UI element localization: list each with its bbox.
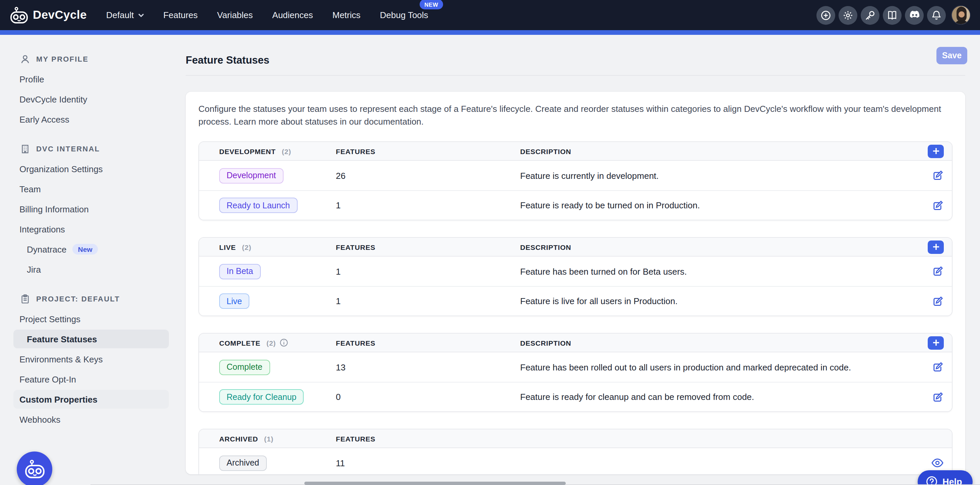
notifications-button[interactable]	[927, 6, 946, 24]
edit-pencil-icon	[932, 170, 944, 182]
chevron-down-icon	[138, 13, 144, 17]
status-badge-ready-for-cleanup[interactable]: Ready for Cleanup	[219, 389, 304, 405]
status-badge-complete[interactable]: Complete	[219, 360, 270, 375]
edit-status-button[interactable]	[932, 361, 944, 373]
status-row-development: Development 26 Feature is currently in d…	[199, 161, 952, 190]
status-row-live: Live 1 Feature is live for all users in …	[199, 286, 952, 315]
devcycle-logo[interactable]: DevCycle	[10, 6, 87, 24]
api-keys-button[interactable]	[861, 6, 880, 24]
status-badge-development[interactable]: Development	[219, 168, 283, 183]
status-row-ready-to-launch: Ready to Launch 1 Feature is ready to be…	[199, 190, 952, 220]
edit-pencil-icon	[932, 361, 944, 373]
plus-icon	[932, 243, 939, 250]
sidebar-item-jira[interactable]: Jira	[0, 259, 181, 279]
edit-pencil-icon	[932, 295, 944, 307]
edit-status-button[interactable]	[932, 295, 944, 307]
status-table-complete: COMPLETE(2) FEATURES DESCRIPTION	[199, 333, 953, 412]
status-badge-in-beta[interactable]: In Beta	[219, 264, 261, 279]
sidebar-item-feature-opt-in[interactable]: Feature Opt-In	[0, 369, 181, 389]
status-badge-ready-to-launch[interactable]: Ready to Launch	[219, 198, 297, 213]
main-content: Feature Statuses Save Configure the stat…	[181, 35, 980, 485]
sidebar-item-custom-properties[interactable]: Custom Properties	[13, 390, 169, 409]
edit-status-button[interactable]	[932, 391, 944, 403]
status-table-development: DEVELOPMENT(2) FEATURES DESCRIPTION Deve…	[199, 141, 953, 220]
accent-bar	[0, 30, 980, 35]
edit-status-button[interactable]	[932, 170, 944, 182]
add-status-button[interactable]	[928, 336, 944, 349]
app-window: DevCycle Default Features Variables Audi…	[0, 0, 980, 485]
primary-nav: Default Features Variables Audiences Met…	[106, 10, 428, 20]
sidebar-section-my-profile: MY PROFILE Profile DevCycle Identity Ear…	[0, 52, 181, 129]
sidebar-header-my-profile: MY PROFILE	[0, 52, 181, 66]
sidebar-item-dynatrace[interactable]: Dynatrace New	[0, 239, 181, 259]
sidebar-item-project-settings[interactable]: Project Settings	[0, 309, 181, 329]
key-icon	[865, 10, 875, 21]
nav-item-debug-tools[interactable]: Debug Tools NEW	[380, 10, 428, 20]
settings-button[interactable]	[838, 6, 858, 24]
edit-pencil-icon	[932, 199, 944, 211]
status-table-live: LIVE(2) FEATURES DESCRIPTION In Beta 1 F…	[199, 237, 953, 316]
horizontal-scrollbar-thumb[interactable]	[304, 482, 566, 485]
sidebar-section-project-default: PROJECT: DEFAULT Project Settings Featur…	[0, 292, 181, 430]
help-button[interactable]: Help	[918, 470, 973, 485]
status-row-ready-for-cleanup: Ready for Cleanup 0 Feature is ready for…	[199, 382, 952, 411]
sidebar-item-feature-statuses[interactable]: Feature Statuses	[13, 330, 169, 348]
add-status-button[interactable]	[928, 144, 944, 158]
sidebar-item-profile[interactable]: Profile	[0, 69, 181, 89]
edit-pencil-icon	[932, 265, 944, 277]
sidebar-item-devcycle-identity[interactable]: DevCycle Identity	[0, 89, 181, 109]
sidebar-item-organization-settings[interactable]: Organization Settings	[0, 159, 181, 179]
new-feature-badge: NEW	[420, 0, 443, 10]
sidebar-item-team[interactable]: Team	[0, 179, 181, 199]
add-status-button[interactable]	[928, 240, 944, 254]
person-icon	[20, 54, 30, 64]
user-avatar[interactable]	[951, 5, 970, 25]
sidebar-item-early-access[interactable]: Early Access	[0, 109, 181, 129]
table-header-development: DEVELOPMENT(2) FEATURES DESCRIPTION	[199, 142, 952, 161]
gear-icon	[843, 10, 853, 21]
robot-icon	[24, 460, 45, 479]
add-new-button[interactable]	[816, 6, 835, 24]
status-badge-live[interactable]: Live	[219, 293, 249, 309]
status-badge-archived[interactable]: Archived	[219, 455, 266, 471]
nav-item-features[interactable]: Features	[163, 10, 198, 20]
discord-button[interactable]	[905, 6, 924, 24]
edit-status-button[interactable]	[932, 265, 944, 277]
nav-item-variables[interactable]: Variables	[217, 10, 253, 20]
info-icon[interactable]	[279, 338, 288, 347]
status-row-archived: Archived 11	[199, 448, 952, 474]
new-integration-badge: New	[73, 244, 98, 255]
plus-icon	[932, 339, 939, 346]
edit-pencil-icon	[932, 391, 944, 403]
plus-circle-icon	[821, 10, 831, 21]
top-nav-actions	[816, 5, 970, 25]
docs-book-icon	[887, 10, 897, 21]
sidebar-item-environments-keys[interactable]: Environments & Keys	[0, 349, 181, 369]
sidebar-item-webhooks[interactable]: Webhooks	[0, 409, 181, 430]
documentation-button[interactable]	[883, 6, 902, 24]
nav-item-metrics[interactable]: Metrics	[332, 10, 361, 20]
sidebar-section-dvc-internal: DVC INTERNAL Organization Settings Team …	[0, 142, 181, 279]
top-nav-bar: DevCycle Default Features Variables Audi…	[0, 0, 980, 30]
status-table-archived: ARCHIVED(1) FEATURES Archived 11	[199, 429, 953, 474]
project-selector-dropdown[interactable]: Default	[106, 10, 144, 20]
intro-text: Configure the statuses your team uses to…	[199, 103, 953, 128]
nav-item-audiences[interactable]: Audiences	[272, 10, 313, 20]
sidebar-item-billing-information[interactable]: Billing Information	[0, 199, 181, 219]
status-row-complete: Complete 13 Feature has been rolled out …	[199, 352, 952, 382]
robot-logo-icon	[10, 6, 28, 24]
discord-icon	[908, 11, 920, 19]
plus-icon	[932, 147, 939, 155]
edit-status-button[interactable]	[932, 199, 944, 211]
view-status-button[interactable]	[931, 458, 944, 468]
brand-name: DevCycle	[33, 8, 87, 22]
question-circle-icon	[926, 475, 938, 485]
devcycle-assistant-fab[interactable]	[17, 452, 52, 485]
feature-statuses-card: Configure the statuses your team uses to…	[186, 92, 965, 474]
table-header-archived: ARCHIVED(1) FEATURES	[199, 430, 952, 448]
clipboard-icon	[20, 294, 30, 304]
settings-sidebar: MY PROFILE Profile DevCycle Identity Ear…	[0, 35, 181, 485]
notifications-bell-icon	[931, 10, 942, 21]
sidebar-item-integrations[interactable]: Integrations	[0, 219, 181, 239]
save-button[interactable]: Save	[936, 47, 967, 64]
